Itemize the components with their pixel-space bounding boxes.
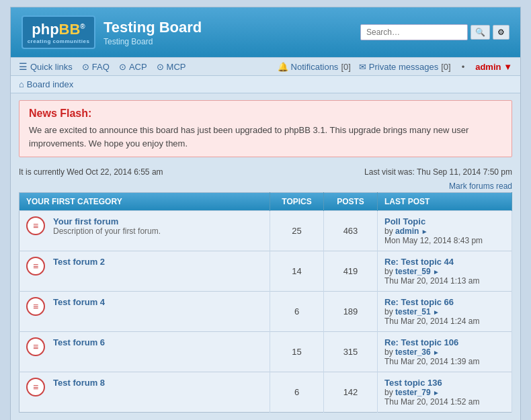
notifications-label: Notifications (291, 62, 339, 72)
lastpost-user-link-forum6[interactable]: tester_36 (395, 347, 431, 357)
board-index-label: Board index (27, 79, 73, 89)
notif-count: [0] (341, 62, 350, 72)
forum-info-forum4: Test forum 4 (53, 297, 263, 307)
board-title: Testing Board (104, 19, 202, 36)
lastpost-title-link-forum6[interactable]: Re: Test topic 106 (384, 337, 458, 347)
logo-area: phpBB® creating communities Testing Boar… (22, 15, 202, 49)
logo: phpBB® creating communities (22, 15, 95, 49)
current-time: It is currently Wed Oct 22, 2014 6:55 am (19, 167, 163, 177)
last-visit: Last visit was: Thu Sep 11, 2014 7:50 pm (364, 167, 512, 177)
admin-username: admin (475, 62, 501, 72)
mark-forums-read-link[interactable]: Mark forums read (449, 181, 512, 191)
forum-topics-forum2: 14 (270, 251, 324, 292)
forum-name-link-forum2[interactable]: Test forum 2 (53, 257, 105, 267)
lastpost-by-forum2: by tester_59 ► (384, 267, 505, 276)
forum-info-forum1: Your first forum Description of your fir… (53, 216, 263, 236)
forum-icon-forum2: ≡ (26, 257, 45, 276)
forum-lastpost-forum2: Re: Test topic 44 by tester_59 ► Thu Mar… (378, 251, 512, 292)
pm-label: Private messages (369, 62, 438, 72)
forum-icon-forum8: ≡ (26, 378, 45, 396)
view-post-icon-forum6[interactable]: ► (433, 349, 440, 356)
lastpost-date-forum2: Thu Mar 20, 2014 1:13 am (384, 276, 505, 286)
lastpost-title-link-forum8[interactable]: Test topic 136 (384, 378, 442, 388)
mcp-icon: ⊙ (157, 62, 164, 72)
faq-link[interactable]: ⊙ FAQ (82, 62, 110, 72)
lastpost-title-link-forum1[interactable]: Poll Topic (384, 216, 425, 226)
forum-lastpost-forum4: Re: Test topic 66 by tester_51 ► Thu Mar… (378, 292, 512, 332)
forum-posts-forum6: 315 (324, 332, 378, 372)
forum-desc-forum1: Description of your first forum. (53, 226, 263, 236)
forum-name-link-forum8[interactable]: Test forum 8 (53, 378, 105, 388)
forum-topics-forum6: 15 (270, 332, 324, 372)
lastpost-date-forum6: Thu Mar 20, 2014 1:39 am (384, 357, 505, 366)
news-flash-body: We are excited to announce this board ha… (29, 124, 502, 150)
mcp-link[interactable]: ⊙ MCP (157, 62, 186, 72)
topics-header: TOPICS (270, 193, 324, 211)
header: phpBB® creating communities Testing Boar… (11, 7, 520, 57)
lastpost-title-link-forum4[interactable]: Re: Test topic 66 (384, 297, 454, 307)
lastpost-by-forum1: by admin ► (384, 226, 505, 236)
board-index-link[interactable]: ⌂ Board index (19, 79, 512, 89)
logo-sub: creating communities (28, 38, 90, 44)
forum-info-forum8: Test forum 8 (53, 378, 263, 388)
mark-read-container: Mark forums read (11, 180, 520, 192)
acp-icon: ⊙ (119, 62, 126, 72)
table-row: ≡ Test forum 8 6 142 Test topic 136 by t… (19, 372, 512, 413)
board-title-area: Testing Board Testing Board (104, 19, 202, 46)
forum-name-link-forum6[interactable]: Test forum 6 (53, 337, 105, 347)
notifications-link[interactable]: 🔔 Notifications [0] (278, 62, 351, 72)
lastpost-date-forum8: Thu Mar 20, 2014 1:52 am (384, 397, 505, 407)
forum-table: YOUR FIRST CATEGORY TOPICS POSTS LAST PO… (19, 192, 512, 413)
hamburger-icon: ☰ (19, 61, 28, 72)
faq-icon: ⊙ (82, 62, 89, 72)
forum-posts-forum2: 419 (324, 251, 378, 292)
forum-cell-forum1: ≡ Your first forum Description of your f… (19, 211, 270, 251)
forum-icon-forum1: ≡ (26, 216, 45, 235)
acp-link[interactable]: ⊙ ACP (119, 62, 147, 72)
search-button[interactable]: 🔍 (471, 25, 490, 40)
view-post-icon-forum8[interactable]: ► (433, 389, 440, 396)
lastpost-user-link-forum8[interactable]: tester_79 (395, 388, 431, 397)
table-row: ≡ Your first forum Description of your f… (19, 211, 512, 251)
lastpost-user-link-forum4[interactable]: tester_51 (395, 307, 431, 317)
lastpost-title-link-forum2[interactable]: Re: Test topic 44 (384, 257, 454, 267)
acp-label: ACP (129, 62, 147, 72)
navbar-left: ☰ Quick links ⊙ FAQ ⊙ ACP ⊙ MCP (19, 61, 186, 72)
lastpost-user-link-forum1[interactable]: admin (395, 226, 419, 236)
search-input[interactable] (360, 24, 468, 40)
advanced-search-button[interactable]: ⚙ (493, 25, 509, 40)
admin-dropdown-arrow: ▼ (503, 62, 512, 72)
lastpost-user-link-forum2[interactable]: tester_59 (395, 267, 431, 276)
quick-links-menu[interactable]: ☰ Quick links (19, 61, 73, 72)
lastpost-date-forum4: Thu Mar 20, 2014 1:24 am (384, 317, 505, 326)
forum-posts-forum8: 142 (324, 372, 378, 413)
table-row: ≡ Test forum 4 6 189 Re: Test topic 66 b… (19, 292, 512, 332)
forum-lastpost-forum1: Poll Topic by admin ► Mon May 12, 2014 8… (378, 211, 512, 251)
view-post-icon-forum4[interactable]: ► (433, 308, 440, 316)
forum-topics-forum8: 6 (270, 372, 324, 413)
lastpost-by-forum4: by tester_51 ► (384, 307, 505, 317)
forum-name-link-forum4[interactable]: Test forum 4 (53, 297, 105, 307)
forum-cell-forum2: ≡ Test forum 2 (19, 251, 270, 292)
breadcrumb-bar: ⌂ Board index (11, 76, 520, 93)
forum-cell-forum4: ≡ Test forum 4 (19, 292, 270, 332)
forum-lastpost-forum6: Re: Test topic 106 by tester_36 ► Thu Ma… (378, 332, 512, 372)
view-post-icon-forum2[interactable]: ► (433, 268, 440, 276)
forum-icon-forum4: ≡ (26, 297, 45, 316)
table-category-header: YOUR FIRST CATEGORY TOPICS POSTS LAST PO… (19, 193, 512, 211)
bell-icon: 🔔 (278, 62, 288, 72)
lastpost-by-forum6: by tester_36 ► (384, 347, 505, 357)
forum-info-forum2: Test forum 2 (53, 257, 263, 267)
view-post-icon-forum1[interactable]: ► (421, 228, 428, 235)
board-subtitle: Testing Board (104, 37, 153, 46)
forum-topics-forum1: 25 (270, 211, 324, 251)
private-messages-link[interactable]: ✉ Private messages [0] (359, 62, 451, 72)
faq-label: FAQ (92, 62, 110, 72)
forum-name-link-forum1[interactable]: Your first forum (53, 216, 118, 226)
posts-header: POSTS (324, 193, 378, 211)
forum-icon-forum6: ≡ (26, 337, 45, 356)
navbar: ☰ Quick links ⊙ FAQ ⊙ ACP ⊙ MCP 🔔 Notifi… (11, 57, 520, 76)
pm-count: [0] (441, 62, 450, 72)
envelope-icon: ✉ (359, 62, 366, 72)
admin-user-link[interactable]: admin ▼ (475, 62, 512, 72)
